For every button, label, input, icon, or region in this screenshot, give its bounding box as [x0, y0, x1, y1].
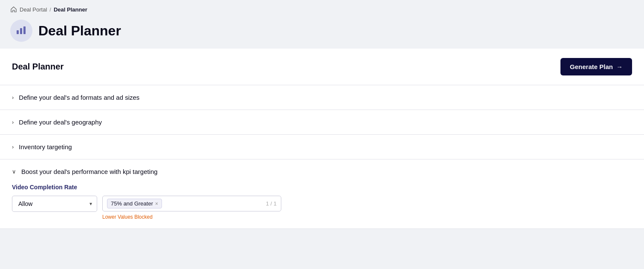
tags-area: 75% and Greater × — [107, 199, 162, 208]
bar-chart-icon — [16, 24, 27, 37]
accordion-item-geography: › Define your deal's geography — [0, 110, 644, 135]
page-title-row: Deal Planner — [10, 18, 634, 49]
breadcrumb: Deal Portal / Deal Planner — [10, 6, 634, 13]
tag-close-icon[interactable]: × — [155, 201, 158, 206]
chevron-right-icon: › — [12, 144, 14, 150]
svg-rect-0 — [17, 30, 19, 34]
accordion-label-inventory: Inventory targeting — [19, 143, 72, 150]
breadcrumb-separator: / — [49, 6, 51, 13]
top-header: Deal Portal / Deal Planner Deal Planner — [0, 0, 644, 49]
generate-plan-label: Generate Plan — [570, 63, 613, 70]
breadcrumb-deal-portal[interactable]: Deal Portal — [20, 6, 47, 13]
vcr-right-column: 75% and Greater × 1 / 1 Lower Values Blo… — [102, 196, 281, 220]
generate-plan-button[interactable]: Generate Plan → — [560, 58, 632, 75]
page-icon-wrapper — [10, 20, 32, 42]
main-content: Deal Planner Generate Plan → › Define yo… — [0, 49, 644, 229]
accordion-label-ad-formats: Define your deal's ad formats and ad siz… — [19, 94, 139, 101]
svg-rect-2 — [23, 26, 26, 34]
allow-block-dropdown-wrapper: Allow Block ▾ — [12, 196, 97, 212]
section-title: Deal Planner — [12, 62, 64, 72]
vcr-controls: Allow Block ▾ 75% and Greater × — [12, 196, 632, 220]
svg-rect-1 — [20, 28, 22, 34]
accordion-item-kpi: ∨ Boost your deal's performance with kpi… — [0, 159, 644, 229]
breadcrumb-current-page: Deal Planner — [54, 6, 87, 13]
tag-value: 75% and Greater — [111, 200, 153, 207]
accordion-header-geography[interactable]: › Define your deal's geography — [0, 110, 644, 134]
generate-plan-arrow-icon: → — [616, 63, 623, 70]
vcr-section-label: Video Completion Rate — [12, 184, 632, 191]
accordion-content-kpi: Video Completion Rate Allow Block ▾ — [0, 184, 644, 229]
accordion-label-geography: Define your deal's geography — [19, 119, 102, 126]
accordion-item-ad-formats: › Define your deal's ad formats and ad s… — [0, 85, 644, 110]
accordion-header-kpi[interactable]: ∨ Boost your deal's performance with kpi… — [0, 159, 644, 184]
tag-chip-75pct: 75% and Greater × — [107, 199, 162, 208]
page-title: Deal Planner — [38, 23, 121, 39]
tag-input-wrapper[interactable]: 75% and Greater × 1 / 1 — [102, 196, 281, 211]
section-header: Deal Planner Generate Plan → — [0, 49, 644, 85]
accordion-header-inventory[interactable]: › Inventory targeting — [0, 135, 644, 159]
accordion-item-inventory: › Inventory targeting — [0, 135, 644, 159]
lower-values-blocked-warning: Lower Values Blocked — [102, 214, 281, 220]
chevron-right-icon: › — [12, 95, 14, 100]
accordion-label-kpi: Boost your deal's performance with kpi t… — [21, 168, 158, 175]
accordion-header-ad-formats[interactable]: › Define your deal's ad formats and ad s… — [0, 85, 644, 110]
chevron-right-icon: › — [12, 119, 14, 125]
home-icon — [10, 6, 17, 13]
chevron-down-icon: ∨ — [12, 169, 16, 174]
tag-count: 1 / 1 — [266, 200, 277, 207]
accordion-container: › Define your deal's ad formats and ad s… — [0, 85, 644, 229]
allow-block-dropdown[interactable]: Allow Block — [12, 196, 97, 212]
